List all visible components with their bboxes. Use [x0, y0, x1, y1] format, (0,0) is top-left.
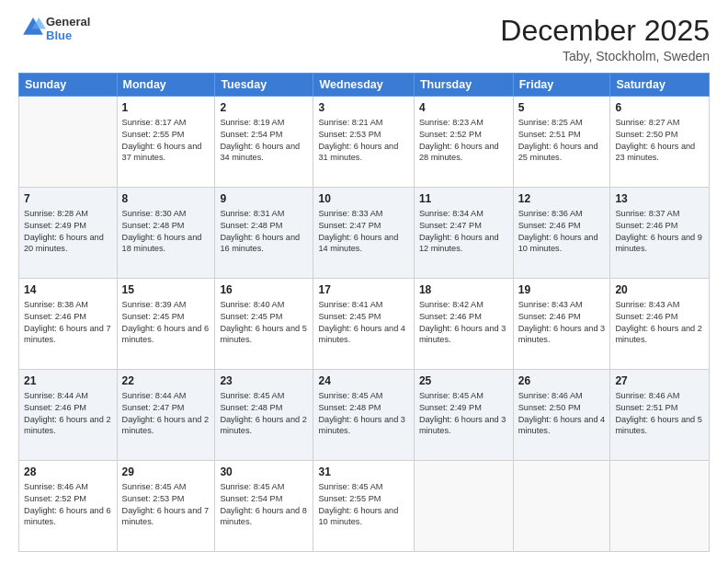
- calendar-cell: 25Sunrise: 8:45 AMSunset: 2:49 PMDayligh…: [414, 370, 513, 461]
- day-number: 1: [122, 100, 210, 115]
- weekday-header-saturday: Saturday: [610, 74, 710, 97]
- calendar-cell: 26Sunrise: 8:46 AMSunset: 2:50 PMDayligh…: [513, 370, 610, 461]
- calendar-table: SundayMondayTuesdayWednesdayThursdayFrid…: [18, 73, 710, 552]
- day-info: Sunrise: 8:31 AMSunset: 2:48 PMDaylight:…: [220, 208, 308, 255]
- day-info: Sunrise: 8:30 AMSunset: 2:48 PMDaylight:…: [122, 208, 210, 255]
- weekday-header-sunday: Sunday: [19, 74, 118, 97]
- day-info: Sunrise: 8:33 AMSunset: 2:47 PMDaylight:…: [318, 208, 408, 255]
- calendar-cell: 16Sunrise: 8:40 AMSunset: 2:45 PMDayligh…: [215, 279, 313, 370]
- calendar-cell: 28Sunrise: 8:46 AMSunset: 2:52 PMDayligh…: [19, 461, 118, 552]
- calendar-cell: 30Sunrise: 8:45 AMSunset: 2:54 PMDayligh…: [215, 461, 313, 552]
- day-info: Sunrise: 8:21 AMSunset: 2:53 PMDaylight:…: [318, 117, 408, 164]
- day-number: 30: [220, 465, 308, 479]
- day-number: 23: [220, 373, 308, 388]
- day-info: Sunrise: 8:45 AMSunset: 2:48 PMDaylight:…: [220, 390, 308, 437]
- day-number: 12: [518, 191, 606, 206]
- day-info: Sunrise: 8:17 AMSunset: 2:55 PMDaylight:…: [122, 117, 210, 164]
- day-number: 16: [220, 282, 308, 297]
- weekday-header-wednesday: Wednesday: [313, 74, 414, 97]
- calendar-cell: 13Sunrise: 8:37 AMSunset: 2:46 PMDayligh…: [610, 188, 710, 279]
- calendar-cell: 12Sunrise: 8:36 AMSunset: 2:46 PMDayligh…: [513, 188, 610, 279]
- day-info: Sunrise: 8:39 AMSunset: 2:45 PMDaylight:…: [122, 299, 210, 346]
- month-title: December 2025: [500, 15, 710, 47]
- day-number: 17: [318, 282, 408, 297]
- calendar-cell: 14Sunrise: 8:38 AMSunset: 2:46 PMDayligh…: [19, 279, 118, 370]
- day-number: 22: [122, 373, 210, 388]
- calendar-cell: 29Sunrise: 8:45 AMSunset: 2:53 PMDayligh…: [117, 461, 215, 552]
- day-number: 20: [615, 282, 704, 297]
- day-info: Sunrise: 8:19 AMSunset: 2:54 PMDaylight:…: [220, 117, 308, 164]
- calendar-cell: [610, 461, 710, 552]
- calendar-cell: 18Sunrise: 8:42 AMSunset: 2:46 PMDayligh…: [414, 279, 513, 370]
- day-number: 24: [318, 373, 408, 388]
- weekday-header-monday: Monday: [117, 74, 215, 97]
- day-number: 11: [419, 191, 508, 206]
- day-info: Sunrise: 8:44 AMSunset: 2:46 PMDaylight:…: [24, 390, 112, 437]
- calendar-cell: 19Sunrise: 8:43 AMSunset: 2:46 PMDayligh…: [513, 279, 610, 370]
- calendar-cell: 5Sunrise: 8:25 AMSunset: 2:51 PMDaylight…: [513, 97, 610, 188]
- calendar-cell: [513, 461, 610, 552]
- day-info: Sunrise: 8:46 AMSunset: 2:52 PMDaylight:…: [24, 481, 112, 528]
- day-info: Sunrise: 8:45 AMSunset: 2:53 PMDaylight:…: [122, 481, 210, 528]
- calendar-cell: 24Sunrise: 8:45 AMSunset: 2:48 PMDayligh…: [313, 370, 414, 461]
- weekday-header-thursday: Thursday: [414, 74, 513, 97]
- calendar-cell: 15Sunrise: 8:39 AMSunset: 2:45 PMDayligh…: [117, 279, 215, 370]
- day-number: 15: [122, 282, 210, 297]
- day-number: 28: [24, 465, 112, 479]
- calendar-cell: 9Sunrise: 8:31 AMSunset: 2:48 PMDaylight…: [215, 188, 313, 279]
- calendar-cell: 21Sunrise: 8:44 AMSunset: 2:46 PMDayligh…: [19, 370, 118, 461]
- calendar-cell: 3Sunrise: 8:21 AMSunset: 2:53 PMDaylight…: [313, 97, 414, 188]
- day-info: Sunrise: 8:42 AMSunset: 2:46 PMDaylight:…: [419, 299, 508, 346]
- day-info: Sunrise: 8:28 AMSunset: 2:49 PMDaylight:…: [24, 208, 112, 255]
- day-number: 25: [419, 373, 508, 388]
- day-info: Sunrise: 8:45 AMSunset: 2:49 PMDaylight:…: [419, 390, 508, 437]
- day-info: Sunrise: 8:23 AMSunset: 2:52 PMDaylight:…: [419, 117, 508, 164]
- day-number: 2: [220, 100, 308, 115]
- day-info: Sunrise: 8:45 AMSunset: 2:48 PMDaylight:…: [318, 390, 408, 437]
- calendar-cell: 17Sunrise: 8:41 AMSunset: 2:45 PMDayligh…: [313, 279, 414, 370]
- day-number: 19: [518, 282, 606, 297]
- weekday-header-tuesday: Tuesday: [215, 74, 313, 97]
- calendar-cell: 20Sunrise: 8:43 AMSunset: 2:46 PMDayligh…: [610, 279, 710, 370]
- calendar-cell: 27Sunrise: 8:46 AMSunset: 2:51 PMDayligh…: [610, 370, 710, 461]
- calendar-cell: 11Sunrise: 8:34 AMSunset: 2:47 PMDayligh…: [414, 188, 513, 279]
- calendar-cell: 23Sunrise: 8:45 AMSunset: 2:48 PMDayligh…: [215, 370, 313, 461]
- location: Taby, Stockholm, Sweden: [500, 49, 710, 63]
- calendar-cell: 2Sunrise: 8:19 AMSunset: 2:54 PMDaylight…: [215, 97, 313, 188]
- logo-general: General: [46, 16, 90, 29]
- day-number: 10: [318, 191, 408, 206]
- day-number: 13: [615, 191, 704, 206]
- calendar-cell: [414, 461, 513, 552]
- day-number: 14: [24, 282, 112, 297]
- day-number: 6: [615, 100, 704, 115]
- day-number: 9: [220, 191, 308, 206]
- calendar-cell: 1Sunrise: 8:17 AMSunset: 2:55 PMDaylight…: [117, 97, 215, 188]
- day-info: Sunrise: 8:34 AMSunset: 2:47 PMDaylight:…: [419, 208, 508, 255]
- day-number: 7: [24, 191, 112, 206]
- calendar-cell: 31Sunrise: 8:45 AMSunset: 2:55 PMDayligh…: [313, 461, 414, 552]
- day-number: 18: [419, 282, 508, 297]
- calendar-cell: 6Sunrise: 8:27 AMSunset: 2:50 PMDaylight…: [610, 97, 710, 188]
- calendar-cell: 8Sunrise: 8:30 AMSunset: 2:48 PMDaylight…: [117, 188, 215, 279]
- day-info: Sunrise: 8:43 AMSunset: 2:46 PMDaylight:…: [615, 299, 704, 346]
- weekday-header-friday: Friday: [513, 74, 610, 97]
- calendar-cell: 22Sunrise: 8:44 AMSunset: 2:47 PMDayligh…: [117, 370, 215, 461]
- calendar-cell: 4Sunrise: 8:23 AMSunset: 2:52 PMDaylight…: [414, 97, 513, 188]
- day-number: 31: [318, 465, 408, 479]
- logo: General Blue: [18, 15, 90, 44]
- day-info: Sunrise: 8:37 AMSunset: 2:46 PMDaylight:…: [615, 208, 704, 255]
- calendar-cell: 7Sunrise: 8:28 AMSunset: 2:49 PMDaylight…: [19, 188, 118, 279]
- calendar-cell: 10Sunrise: 8:33 AMSunset: 2:47 PMDayligh…: [313, 188, 414, 279]
- day-number: 3: [318, 100, 408, 115]
- day-number: 26: [518, 373, 606, 388]
- day-number: 21: [24, 373, 112, 388]
- logo-blue: Blue: [46, 29, 90, 43]
- day-info: Sunrise: 8:43 AMSunset: 2:46 PMDaylight:…: [518, 299, 606, 346]
- day-info: Sunrise: 8:27 AMSunset: 2:50 PMDaylight:…: [615, 117, 704, 164]
- day-info: Sunrise: 8:45 AMSunset: 2:55 PMDaylight:…: [318, 481, 408, 528]
- day-info: Sunrise: 8:40 AMSunset: 2:45 PMDaylight:…: [220, 299, 308, 346]
- day-number: 8: [122, 191, 210, 206]
- day-number: 27: [615, 373, 704, 388]
- day-info: Sunrise: 8:44 AMSunset: 2:47 PMDaylight:…: [122, 390, 210, 437]
- title-block: December 2025 Taby, Stockholm, Sweden: [500, 15, 710, 63]
